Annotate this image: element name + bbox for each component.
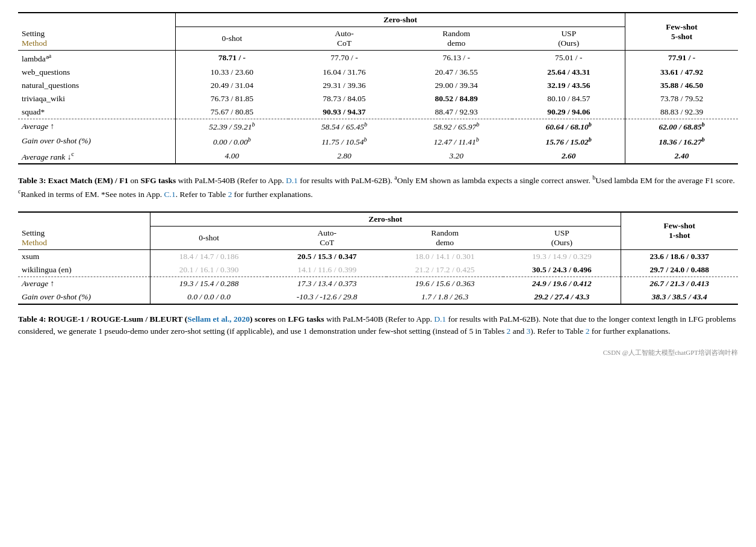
table3-link-c1[interactable]: C.1 — [164, 189, 176, 198]
cell-col0: 20.49 / 31.04 — [176, 79, 288, 92]
cell-col3: 32.19 / 43.56 — [512, 79, 625, 92]
row-label: squad* — [18, 105, 176, 119]
cell-col4: 88.83 / 92.39 — [625, 105, 738, 119]
row-label: lambdaᵃa — [18, 51, 176, 66]
cell-col1: 16.04 / 31.76 — [288, 66, 400, 79]
cell-col4: 38.3 / 38.5 / 43.4 — [621, 290, 738, 304]
cell-col4: 18.36 / 16.27b — [625, 134, 738, 149]
table4-link-t2[interactable]: 2 — [507, 327, 511, 336]
cell-col3: 30.5 / 24.3 / 0.496 — [503, 263, 621, 277]
table3-col1-header: Auto- CoT — [288, 27, 400, 51]
cell-col0: 0.00 / 0.00b — [176, 134, 288, 149]
table-row: lambdaᵃa78.71 / -77.70 / -76.13 / -75.01… — [18, 51, 738, 66]
cell-col4: 77.91 / - — [625, 51, 738, 66]
table-row: Gain over 0-shot (%)0.0 / 0.0 / 0.0-10.3… — [18, 290, 738, 304]
table4-link-t3[interactable]: 3 — [527, 327, 531, 336]
table4-method-label: Method — [22, 238, 47, 247]
table4-col0-header: 0-shot — [150, 226, 267, 249]
cell-col3: 75.01 / - — [512, 51, 625, 66]
row-label: Average rank ↓c — [18, 149, 176, 164]
watermark: CSDN @人工智能大模型chatGPT培训咨询叶梓 — [18, 348, 738, 357]
cell-col4: 62.00 / 68.85b — [625, 119, 738, 134]
table4-col1-header: Auto- CoT — [267, 226, 386, 249]
table4-fewshot-header: Few-shot 1-shot — [621, 212, 738, 250]
cell-col1: 2.80 — [288, 149, 400, 164]
table-row: triviaqa_wiki76.73 / 81.8578.73 / 84.058… — [18, 92, 738, 105]
cell-col0: 4.00 — [176, 149, 288, 164]
row-label: Gain over 0-shot (%) — [18, 290, 150, 304]
cell-col0: 76.73 / 81.85 — [176, 92, 288, 105]
table-row: squad*75.67 / 80.8590.93 / 94.3788.47 / … — [18, 105, 738, 119]
table-row: web_questions10.33 / 23.6016.04 / 31.762… — [18, 66, 738, 79]
table-row: Gain over 0-shot (%)0.00 / 0.00b11.75 / … — [18, 134, 738, 149]
cell-col4: 73.78 / 79.52 — [625, 92, 738, 105]
cell-col0: 0.0 / 0.0 / 0.0 — [150, 290, 267, 304]
table4-link-t2b[interactable]: 2 — [586, 327, 590, 336]
table4-link-sellam[interactable]: Sellam et al., 2020 — [187, 314, 250, 324]
table3-link-d1[interactable]: D.1 — [286, 176, 298, 185]
table3-container: Setting Method Zero-shot Few-shot 5-shot… — [18, 12, 738, 164]
row-label: triviaqa_wiki — [18, 92, 176, 105]
cell-col4: 23.6 / 18.6 / 0.337 — [621, 249, 738, 263]
table4: Setting Method Zero-shot Few-shot 1-shot… — [18, 211, 738, 305]
cell-col3: 90.29 / 94.06 — [512, 105, 625, 119]
cell-col4: 29.7 / 24.0 / 0.488 — [621, 263, 738, 277]
table4-caption-num: Table 4: — [18, 314, 46, 324]
cell-col2: 18.0 / 14.1 / 0.301 — [386, 249, 503, 263]
cell-col4: 26.7 / 21.3 / 0.413 — [621, 277, 738, 290]
cell-col3: 25.64 / 43.31 — [512, 66, 625, 79]
cell-col2: 29.00 / 39.34 — [400, 79, 512, 92]
cell-col1: 29.31 / 39.36 — [288, 79, 400, 92]
method-label: Method — [22, 39, 47, 48]
cell-col0: 75.67 / 80.85 — [176, 105, 288, 119]
cell-col3: 80.10 / 84.57 — [512, 92, 625, 105]
cell-col1: 17.3 / 13.4 / 0.373 — [267, 277, 386, 290]
table-row: Average rank ↓c4.002.803.202.602.40 — [18, 149, 738, 164]
cell-col2: 21.2 / 17.2 / 0.425 — [386, 263, 503, 277]
table-row: Average ↑52.39 / 59.21b58.54 / 65.45b58.… — [18, 119, 738, 134]
table-row: natural_questions20.49 / 31.0429.31 / 39… — [18, 79, 738, 92]
cell-col1: 77.70 / - — [288, 51, 400, 66]
row-label: Average ↑ — [18, 277, 150, 290]
table3-setting-method-header: Setting Method — [18, 13, 176, 51]
cell-col3: 2.60 — [512, 149, 625, 164]
cell-col4: 2.40 — [625, 149, 738, 164]
row-label: natural_questions — [18, 79, 176, 92]
cell-col2: 80.52 / 84.89 — [400, 92, 512, 105]
table3-zeroshot-header: Zero-shot — [176, 13, 625, 27]
table-row: Average ↑19.3 / 15.4 / 0.28817.3 / 13.4 … — [18, 277, 738, 290]
table3-col3-header: USP (Ours) — [512, 27, 625, 51]
table-row: xsum18.4 / 14.7 / 0.18620.5 / 15.3 / 0.3… — [18, 249, 738, 263]
cell-col2: 88.47 / 92.93 — [400, 105, 512, 119]
cell-col2: 20.47 / 36.55 — [400, 66, 512, 79]
cell-col3: 19.3 / 14.9 / 0.329 — [503, 249, 621, 263]
table-row: wikilingua (en)20.1 / 16.1 / 0.39014.1 /… — [18, 263, 738, 277]
cell-col1: 78.73 / 84.05 — [288, 92, 400, 105]
cell-col0: 10.33 / 23.60 — [176, 66, 288, 79]
cell-col2: 12.47 / 11.41b — [400, 134, 512, 149]
row-label: Gain over 0-shot (%) — [18, 134, 176, 149]
cell-col0: 52.39 / 59.21b — [176, 119, 288, 134]
table4-setting-method-header: Setting Method — [18, 212, 150, 250]
cell-col1: -10.3 / -12.6 / 29.8 — [267, 290, 386, 304]
row-label: web_questions — [18, 66, 176, 79]
table4-link-d1[interactable]: D.1 — [434, 314, 446, 324]
table4-zeroshot-header: Zero-shot — [150, 212, 621, 227]
table4-col2-header: Random demo — [386, 226, 503, 249]
cell-col0: 19.3 / 15.4 / 0.288 — [150, 277, 267, 290]
cell-col1: 90.93 / 94.37 — [288, 105, 400, 119]
cell-col2: 1.7 / 1.8 / 26.3 — [386, 290, 503, 304]
cell-col0: 20.1 / 16.1 / 0.390 — [150, 263, 267, 277]
cell-col3: 24.9 / 19.6 / 0.412 — [503, 277, 621, 290]
row-label: xsum — [18, 249, 150, 263]
cell-col3: 15.76 / 15.02b — [512, 134, 625, 149]
table4-caption: Table 4: ROUGE-1 / ROUGE-Lsum / BLEURT (… — [18, 313, 738, 338]
table3-link-t2[interactable]: 2 — [228, 189, 232, 198]
cell-col0: 18.4 / 14.7 / 0.186 — [150, 249, 267, 263]
cell-col1: 20.5 / 15.3 / 0.347 — [267, 249, 386, 263]
cell-col2: 58.92 / 65.97b — [400, 119, 512, 134]
table3-caption-num: Table 3: — [18, 176, 46, 185]
table4-col3-header: USP (Ours) — [503, 226, 621, 249]
cell-col2: 19.6 / 15.6 / 0.363 — [386, 277, 503, 290]
table3-fewshot-header: Few-shot 5-shot — [625, 13, 738, 51]
